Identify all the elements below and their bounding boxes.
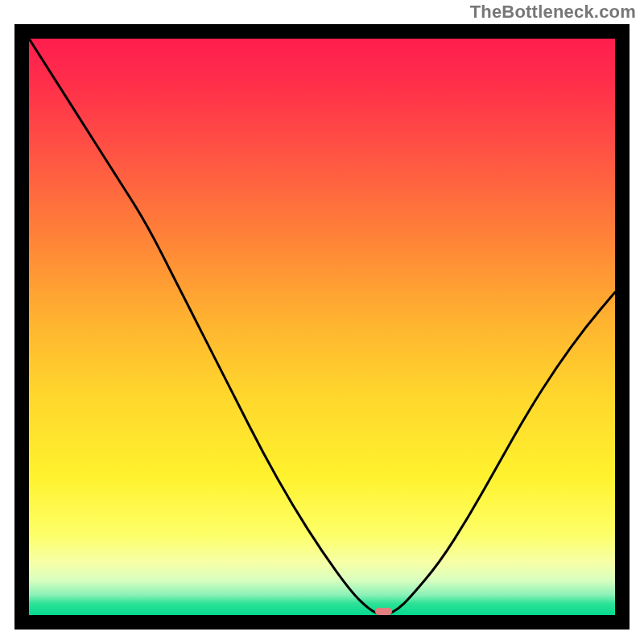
chart-frame xyxy=(14,24,630,630)
bottleneck-curve xyxy=(29,39,615,615)
watermark-text: TheBottleneck.com xyxy=(470,2,636,23)
optimum-marker xyxy=(375,608,393,615)
